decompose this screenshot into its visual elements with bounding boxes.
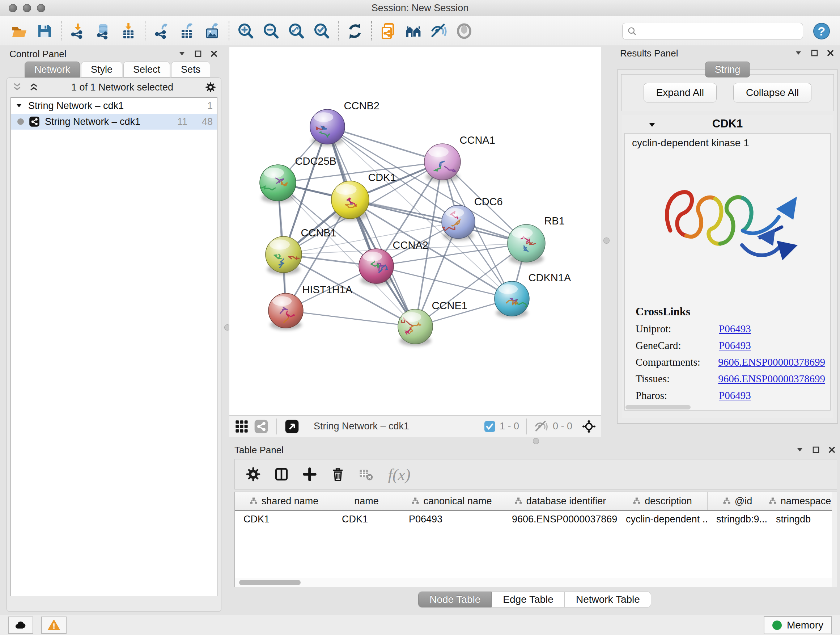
table-options-gear-icon[interactable] — [246, 467, 261, 482]
zoom-fit-content-button[interactable] — [286, 21, 306, 41]
cell-canonical-name[interactable]: P06493 — [400, 511, 503, 527]
tab-sets[interactable]: Sets — [171, 62, 210, 78]
selected-checkbox[interactable] — [485, 421, 495, 432]
scrollbar-thumb[interactable] — [239, 580, 301, 585]
column-header-id[interactable]: @id — [707, 492, 767, 510]
column-header-namespace[interactable]: namespace — [767, 492, 832, 510]
warnings-button[interactable] — [41, 616, 66, 634]
export-network-button[interactable] — [152, 21, 172, 41]
float-panel-icon[interactable] — [194, 50, 202, 58]
panel-menu-icon[interactable] — [796, 446, 805, 454]
cloud-button[interactable] — [8, 616, 33, 634]
entry-scrollbar[interactable] — [625, 405, 691, 409]
hidden-node-edge-counts: 0 - 0 — [553, 421, 572, 432]
crosslink-link[interactable]: P06493 — [719, 340, 751, 352]
column-header-shared-name[interactable]: shared name — [235, 492, 333, 510]
cell-id[interactable]: stringdb:9... — [707, 511, 767, 527]
show-all-nodes-edges-button[interactable] — [404, 21, 423, 41]
cell-namespace[interactable]: stringdb — [767, 511, 832, 527]
show-columns-icon[interactable] — [274, 467, 289, 482]
import-table-from-file-button[interactable] — [118, 21, 138, 41]
float-panel-icon[interactable] — [812, 446, 821, 454]
network-canvas[interactable]: CCNB2CCNA1CDC25BCDK1CDC6RB1CCNB1CCNA2CDK… — [229, 47, 601, 415]
bottom-splitter-handle[interactable] — [533, 438, 539, 444]
apply-preferred-layout-icon — [346, 22, 363, 40]
float-panel-icon[interactable] — [810, 49, 819, 57]
zoom-window-icon[interactable] — [37, 4, 45, 12]
zoom-out-icon — [262, 22, 279, 40]
cell-database-identifier[interactable]: 9606.ENSP00000378699 — [503, 511, 617, 527]
open-file-button[interactable] — [9, 21, 29, 41]
create-network-from-selection-icon — [379, 22, 397, 40]
tab-edge-table[interactable]: Edge Table — [492, 592, 565, 608]
help-button[interactable]: ? — [813, 22, 831, 40]
delete-column-icon[interactable] — [330, 467, 346, 482]
crosslink-label: Compartments: — [636, 356, 718, 368]
column-header-description[interactable]: description — [617, 492, 707, 510]
cell-name[interactable]: CDK1 — [333, 511, 400, 527]
crosslink-link[interactable]: 9606.ENSP00000378699 — [718, 356, 825, 368]
entry-disclosure-icon[interactable] — [647, 120, 657, 130]
table-vertical-scrollbar[interactable] — [832, 492, 837, 587]
search-box[interactable] — [622, 23, 803, 40]
collapse-all-icon[interactable] — [12, 82, 23, 93]
network-collection-row[interactable]: String Network – cdk1 1 — [11, 98, 217, 114]
export-table-button[interactable] — [177, 21, 197, 41]
node-label-ccne1: CCNE1 — [432, 300, 467, 311]
table-row[interactable]: CDK1CDK1P064939606.ENSP00000378699cyclin… — [235, 511, 837, 527]
zoom-selected-button[interactable] — [312, 21, 332, 41]
network-row[interactable]: String Network – cdk1 11 48 — [11, 114, 217, 130]
hide-selected-button[interactable] — [429, 21, 448, 41]
birds-eye-view-icon[interactable] — [285, 419, 299, 434]
crosslink-link[interactable]: P06493 — [719, 390, 751, 402]
collection-disclosure-icon[interactable] — [15, 102, 23, 110]
network-icon-gray[interactable] — [254, 419, 268, 434]
tab-network-table[interactable]: Network Table — [565, 592, 651, 608]
crosslink-link[interactable]: P06493 — [719, 323, 751, 335]
import-network-from-database-button[interactable] — [93, 21, 113, 41]
column-header-canonical-name[interactable]: canonical name — [400, 492, 503, 510]
right-splitter-handle[interactable] — [603, 238, 609, 244]
zoom-in-button[interactable] — [236, 21, 256, 41]
column-network-icon — [411, 497, 420, 505]
cell-shared-name[interactable]: CDK1 — [235, 511, 333, 527]
column-header-database-identifier[interactable]: database identifier — [503, 492, 617, 510]
tab-network[interactable]: Network — [25, 62, 80, 78]
memory-button[interactable]: Memory — [764, 616, 832, 634]
panel-menu-icon[interactable] — [178, 50, 187, 58]
table-horizontal-scrollbar[interactable] — [235, 578, 832, 587]
grid-view-icon[interactable] — [234, 419, 249, 434]
options-gear-icon[interactable] — [205, 82, 216, 93]
tab-string[interactable]: String — [705, 62, 750, 78]
create-network-from-selection-button[interactable] — [378, 21, 398, 41]
import-network-from-file-button[interactable] — [68, 21, 88, 41]
expand-all-button[interactable]: Expand All — [644, 83, 717, 103]
network-view-title: String Network – cdk1 — [314, 421, 409, 432]
expand-all-icon[interactable] — [28, 82, 39, 93]
tab-style[interactable]: Style — [81, 62, 122, 78]
cell-description[interactable]: cyclin-dependent ... — [617, 511, 707, 527]
save-session-button[interactable] — [35, 21, 54, 41]
show-all-nodes-edges-icon — [405, 22, 422, 40]
column-header-label: @id — [735, 496, 752, 507]
crosslink-link[interactable]: 9606.ENSP00000378699 — [718, 373, 825, 385]
apply-preferred-layout-button[interactable] — [345, 21, 365, 41]
collapse-all-button[interactable]: Collapse All — [733, 83, 812, 103]
create-column-icon[interactable] — [302, 467, 317, 482]
hidden-eye-icon — [534, 419, 548, 434]
tab-node-table[interactable]: Node Table — [418, 592, 492, 608]
pan-crosshair-icon[interactable] — [582, 419, 596, 434]
panel-menu-icon[interactable] — [794, 49, 803, 57]
column-header-name[interactable]: name — [333, 492, 400, 510]
close-panel-icon[interactable] — [826, 49, 835, 57]
search-input[interactable] — [641, 25, 798, 37]
minimize-window-icon[interactable] — [23, 4, 31, 12]
network-selection-status: 1 of 1 Network selected — [45, 82, 199, 93]
tab-select[interactable]: Select — [123, 62, 170, 78]
close-panel-icon[interactable] — [210, 50, 218, 58]
toggle-graphics-details-button[interactable] — [454, 21, 474, 41]
close-panel-icon[interactable] — [828, 446, 836, 454]
close-window-icon[interactable] — [9, 4, 17, 12]
zoom-out-button[interactable] — [261, 21, 281, 41]
export-image-button[interactable] — [202, 21, 222, 41]
